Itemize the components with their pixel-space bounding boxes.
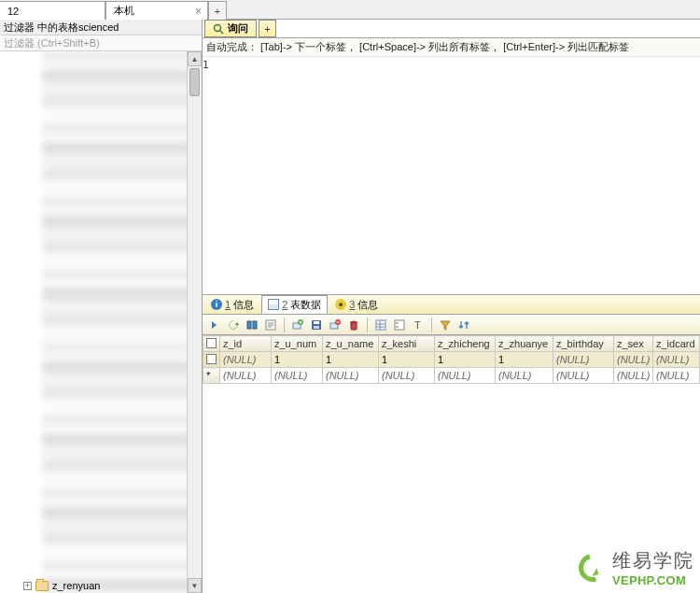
line-gutter: 1 — [203, 57, 210, 294]
info-icon: i — [211, 299, 222, 310]
column-header[interactable]: z_birthday — [553, 336, 614, 352]
query-tab[interactable]: 询问 — [204, 20, 257, 37]
column-header[interactable]: z_u_name — [323, 336, 379, 352]
tab-number: 3 — [349, 299, 355, 310]
data-toolbar: T — [203, 315, 700, 335]
text-view-button[interactable] — [262, 317, 279, 333]
table-row[interactable]: *(NULL)(NULL)(NULL)(NULL)(NULL)(NULL)(NU… — [203, 368, 700, 384]
result-tab-bar: i 1 信息 2 表数据 ● 3 信息 — [203, 294, 700, 315]
row-header[interactable] — [203, 352, 220, 368]
refresh-button[interactable] — [225, 317, 242, 333]
editor-body[interactable] — [210, 57, 700, 294]
add-query-tab-button[interactable]: + — [259, 20, 276, 37]
tab-number: 1 — [225, 299, 231, 310]
filter-hint[interactable]: 过滤器 (Ctrl+Shift+B) — [0, 35, 202, 51]
svg-point-0 — [215, 24, 221, 31]
cell[interactable]: (NULL) — [435, 368, 496, 384]
svg-text:T: T — [414, 319, 421, 331]
save-button[interactable] — [308, 317, 325, 333]
tab-info-1[interactable]: i 1 信息 — [204, 295, 260, 314]
object-tree[interactable]: + z_renyuan ▲ ▼ — [0, 51, 202, 593]
delete-row-button[interactable] — [327, 317, 343, 333]
query-tab-bar: 询问 + — [203, 20, 700, 38]
cell[interactable]: (NULL) — [220, 352, 272, 368]
query-icon — [213, 23, 224, 35]
cell[interactable]: (NULL) — [553, 352, 614, 368]
top-input[interactable] — [7, 6, 97, 17]
cell[interactable]: 1 — [323, 352, 379, 368]
separator — [367, 318, 368, 332]
column-header[interactable]: z_keshi — [379, 336, 435, 352]
close-icon[interactable]: × — [195, 5, 202, 18]
svg-rect-19 — [395, 320, 404, 330]
tab-label: 本机 — [114, 4, 134, 18]
add-tab-button[interactable]: + — [208, 1, 227, 20]
tab-table-data[interactable]: 2 表数据 — [261, 295, 328, 314]
scroll-up-icon[interactable]: ▲ — [188, 51, 202, 66]
form-view-button[interactable] — [391, 317, 408, 333]
cell[interactable]: (NULL) — [553, 368, 614, 384]
table-row[interactable]: (NULL)11111(NULL)(NULL)(NULL) — [203, 352, 700, 368]
column-header[interactable]: z_sex — [614, 336, 653, 352]
cell[interactable]: (NULL) — [653, 352, 700, 368]
cards-view-button[interactable] — [244, 317, 260, 333]
filter-button[interactable] — [437, 317, 454, 333]
svg-line-1 — [220, 31, 223, 34]
add-row-button[interactable] — [289, 317, 306, 333]
cell[interactable]: 1 — [379, 352, 435, 368]
sort-button[interactable] — [455, 317, 472, 333]
select-all-header[interactable] — [203, 336, 220, 352]
column-header[interactable]: z_zhicheng — [435, 336, 496, 352]
column-header[interactable]: z_zhuanye — [496, 336, 553, 352]
separator — [284, 318, 285, 332]
left-panel: 过滤器 中的表格scienced 过滤器 (Ctrl+Shift+B) + z_… — [0, 20, 203, 593]
checkbox-icon[interactable] — [206, 338, 217, 348]
cell[interactable]: (NULL) — [323, 368, 379, 384]
plus-icon: + — [215, 6, 220, 17]
first-row-button[interactable] — [206, 317, 223, 333]
svg-rect-2 — [247, 321, 251, 329]
cell[interactable]: (NULL) — [272, 368, 323, 384]
query-tab-label: 询问 — [228, 21, 248, 35]
delete-button[interactable] — [345, 317, 362, 333]
cell[interactable]: (NULL) — [379, 368, 435, 384]
scroll-down-icon[interactable]: ▼ — [188, 578, 202, 593]
sql-editor[interactable]: 1 — [203, 57, 700, 294]
expand-icon[interactable]: + — [23, 582, 32, 590]
top-input-tab[interactable] — [0, 1, 105, 20]
cell[interactable]: 1 — [272, 352, 323, 368]
tree-item-label: z_renyuan — [52, 580, 100, 591]
data-grid[interactable]: z_id z_u_num z_u_name z_keshi z_zhicheng… — [203, 335, 700, 384]
tab-label: 表数据 — [290, 298, 321, 312]
cell[interactable]: (NULL) — [220, 368, 272, 384]
checkbox-icon[interactable] — [206, 354, 217, 364]
column-header[interactable]: z_idcard — [653, 336, 700, 352]
cell[interactable]: 1 — [496, 352, 553, 368]
filter-header: 过滤器 中的表格scienced — [0, 20, 202, 35]
cell[interactable]: (NULL) — [614, 352, 653, 368]
cell[interactable]: (NULL) — [614, 368, 653, 384]
tree-item-z-renyuan[interactable]: + z_renyuan — [23, 580, 100, 591]
svg-rect-3 — [253, 321, 257, 329]
svg-rect-15 — [376, 320, 385, 330]
svg-rect-12 — [314, 326, 319, 329]
table-icon — [35, 581, 49, 591]
column-header[interactable]: z_id — [220, 336, 272, 352]
row-header[interactable]: * — [203, 368, 220, 384]
top-active-tab[interactable]: 本机 × — [105, 1, 208, 20]
text-button[interactable]: T — [410, 317, 427, 333]
cell[interactable]: (NULL) — [496, 368, 553, 384]
header-row: z_id z_u_num z_u_name z_keshi z_zhicheng… — [203, 336, 700, 352]
scroll-thumb[interactable] — [189, 68, 200, 96]
grid-view-button[interactable] — [372, 317, 389, 333]
svg-rect-21 — [396, 326, 399, 328]
warning-icon: ● — [335, 299, 346, 310]
top-tab-bar: 本机 × + — [0, 0, 700, 20]
tab-info-3[interactable]: ● 3 信息 — [329, 295, 385, 314]
cell[interactable]: (NULL) — [653, 368, 700, 384]
tree-scrollbar[interactable]: ▲ ▼ — [187, 51, 202, 593]
tab-label: 信息 — [357, 298, 378, 312]
column-header[interactable]: z_u_num — [272, 336, 323, 352]
blurred-tree-content — [42, 51, 191, 593]
cell[interactable]: 1 — [435, 352, 496, 368]
